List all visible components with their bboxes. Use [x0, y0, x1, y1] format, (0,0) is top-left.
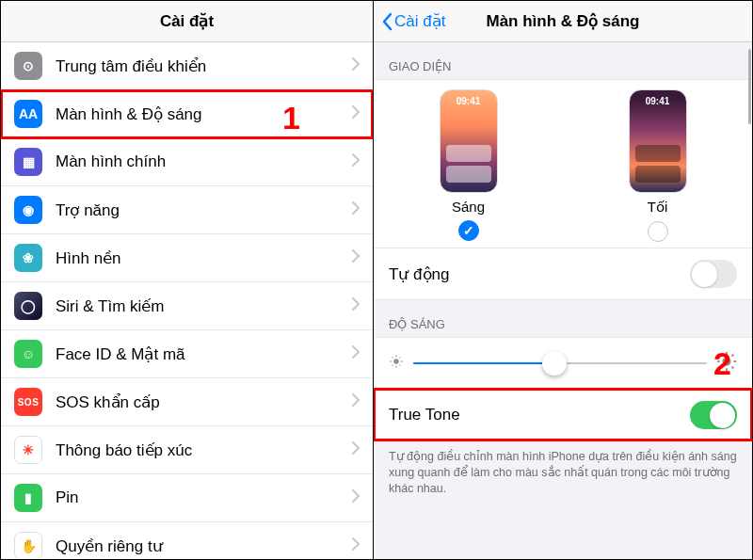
brightness-slider-row	[374, 338, 752, 389]
auto-label: Tự động	[389, 264, 449, 284]
settings-row-privacy[interactable]: ✋Quyền riêng tư	[1, 522, 373, 559]
light-radio[interactable]	[458, 220, 479, 241]
settings-row-siri[interactable]: ◯Siri & Tìm kiếm	[1, 282, 373, 330]
back-button[interactable]: Cài đặt	[381, 1, 445, 41]
svg-line-17	[732, 355, 734, 357]
settings-title: Cài đặt	[160, 11, 214, 31]
light-preview-icon: 09:41	[440, 89, 498, 193]
settings-row-battery[interactable]: ▮Pin	[1, 474, 373, 522]
privacy-icon: ✋	[14, 532, 42, 559]
preview-clock: 09:41	[441, 96, 497, 106]
siri-icon: ◯	[14, 292, 42, 320]
row-label: Trung tâm điều khiển	[56, 56, 339, 76]
settings-row-home-screen[interactable]: ▦Màn hình chính	[1, 138, 373, 186]
svg-point-0	[393, 359, 398, 363]
row-label: Hình nền	[56, 248, 339, 268]
row-label: SOS khẩn cấp	[56, 392, 339, 412]
chevron-right-icon	[352, 537, 360, 554]
display-brightness-panel: Cài đặt Màn hình & Độ sáng GIAO DIỆN 09:…	[374, 1, 752, 559]
section-header-brightness: ĐỘ SÁNG	[374, 300, 752, 337]
chevron-right-icon	[352, 105, 360, 122]
row-label: Trợ năng	[56, 200, 339, 220]
detail-header: Cài đặt Màn hình & Độ sáng	[374, 1, 752, 42]
row-label: Quyền riêng tư	[56, 536, 339, 556]
chevron-right-icon	[352, 297, 360, 314]
chevron-right-icon	[352, 57, 360, 74]
chevron-right-icon	[352, 249, 360, 266]
truetone-note: Tự động điều chỉnh màn hình iPhone dựa t…	[374, 441, 752, 510]
settings-row-exposure[interactable]: ✳Thông báo tiếp xúc	[1, 426, 373, 474]
settings-row-control-center[interactable]: ⊙Trung tâm điều khiển	[1, 42, 373, 90]
chevron-right-icon	[352, 201, 360, 218]
svg-line-15	[732, 367, 734, 369]
battery-icon: ▮	[14, 484, 42, 512]
dark-radio[interactable]	[648, 221, 668, 242]
row-label: Thông báo tiếp xúc	[56, 440, 339, 460]
preview-clock: 09:41	[630, 96, 686, 106]
settings-header: Cài đặt	[1, 1, 373, 42]
truetone-row: True Tone	[374, 389, 752, 440]
home-screen-icon: ▦	[14, 148, 42, 176]
settings-row-display-brightness[interactable]: AAMàn hình & Độ sáng	[1, 90, 373, 138]
exposure-icon: ✳	[14, 436, 42, 464]
settings-list: ⊙Trung tâm điều khiểnAAMàn hình & Độ sán…	[1, 42, 373, 559]
truetone-toggle[interactable]	[690, 401, 737, 429]
sun-small-icon	[389, 354, 404, 373]
svg-line-7	[392, 364, 393, 365]
auto-appearance-row: Tự động	[374, 248, 752, 299]
callout-1: 1	[282, 100, 300, 136]
light-label: Sáng	[452, 199, 485, 215]
row-label: Face ID & Mật mã	[56, 344, 339, 364]
wallpaper-icon: ❀	[14, 244, 42, 272]
dark-label: Tối	[648, 199, 668, 216]
settings-row-wallpaper[interactable]: ❀Hình nền	[1, 234, 373, 282]
svg-line-8	[399, 357, 400, 358]
section-header-appearance: GIAO DIỆN	[374, 42, 752, 79]
sos-icon: SOS	[14, 388, 42, 416]
svg-line-5	[392, 357, 393, 358]
appearance-light-option[interactable]: 09:41 Sáng	[440, 89, 498, 242]
dark-preview-icon: 09:41	[629, 89, 687, 193]
brightness-card: True Tone 2	[374, 337, 752, 441]
svg-line-6	[399, 364, 400, 365]
brightness-slider[interactable]	[413, 362, 707, 364]
back-label: Cài đặt	[394, 11, 445, 31]
row-label: Siri & Tìm kiếm	[56, 296, 339, 316]
row-label: Pin	[56, 488, 339, 507]
chevron-right-icon	[352, 153, 360, 170]
callout-2: 2	[713, 345, 731, 382]
detail-title: Màn hình & Độ sáng	[487, 11, 640, 31]
chevron-left-icon	[381, 12, 393, 31]
appearance-dark-option[interactable]: 09:41 Tối	[629, 89, 687, 242]
settings-root-panel: Cài đặt ⊙Trung tâm điều khiểnAAMàn hình …	[1, 1, 374, 559]
auto-toggle[interactable]	[690, 260, 737, 288]
chevron-right-icon	[352, 441, 360, 458]
chevron-right-icon	[352, 393, 360, 410]
display-brightness-icon: AA	[14, 100, 42, 128]
settings-row-sos[interactable]: SOSSOS khẩn cấp	[1, 378, 373, 426]
chevron-right-icon	[352, 345, 360, 362]
settings-row-accessibility[interactable]: ◉Trợ năng	[1, 186, 373, 234]
control-center-icon: ⊙	[14, 52, 42, 80]
truetone-label: True Tone	[389, 406, 460, 424]
settings-row-faceid[interactable]: ☺Face ID & Mật mã	[1, 330, 373, 378]
row-label: Màn hình chính	[56, 152, 339, 171]
accessibility-icon: ◉	[14, 196, 42, 224]
appearance-card: 09:41 Sáng 09:41 Tối Tự động	[374, 79, 752, 300]
faceid-icon: ☺	[14, 340, 42, 368]
chevron-right-icon	[352, 489, 360, 506]
